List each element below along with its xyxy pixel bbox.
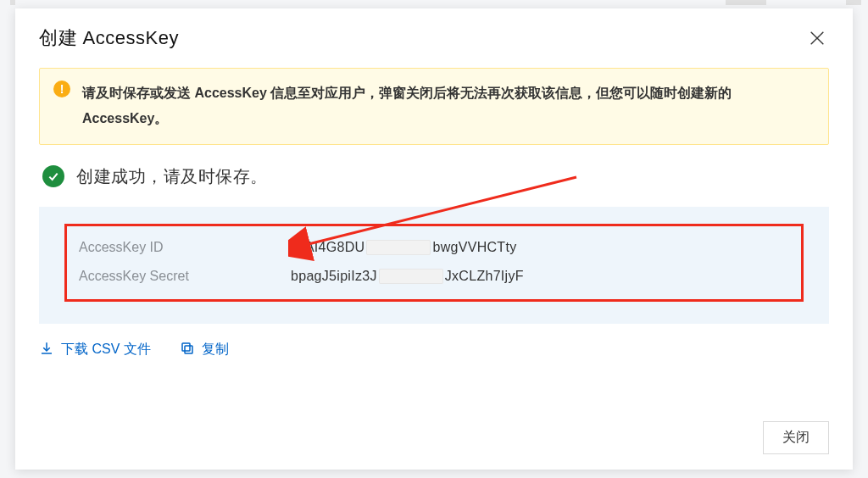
annotation-highlight: AccessKey ID LTAI4G8DU bwgVVHCTty Access… [64, 224, 804, 302]
svg-rect-2 [185, 346, 192, 353]
action-links: 下载 CSV 文件 复制 [15, 336, 853, 359]
copy-link[interactable]: 复制 [180, 341, 229, 359]
modal: 创建 AccessKey ! 请及时保存或发送 AccessKey 信息至对应用… [15, 8, 853, 470]
warning-text: 请及时保存或发送 AccessKey 信息至对应用户，弹窗关闭后将无法再次获取该… [82, 81, 815, 132]
accesskey-secret-prefix: bpagJ5ipiIz3J [291, 269, 377, 284]
modal-header: 创建 AccessKey [15, 8, 853, 63]
redacted-segment [379, 269, 443, 284]
access-key-panel: AccessKey ID LTAI4G8DU bwgVVHCTty Access… [39, 207, 829, 324]
modal-title: 创建 AccessKey [39, 25, 179, 51]
success-row: 创建成功，请及时保存。 [15, 158, 853, 207]
modal-footer: 关闭 [15, 409, 853, 470]
access-key-secret-value: bpagJ5ipiIz3J JxCLZh7IjyF [291, 269, 524, 284]
access-key-id-row: AccessKey ID LTAI4G8DU bwgVVHCTty [79, 233, 789, 262]
download-icon [39, 341, 54, 359]
close-button[interactable]: 关闭 [763, 421, 829, 454]
accesskey-id-prefix: LTAI4G8DU [291, 240, 364, 255]
copy-label: 复制 [202, 341, 229, 358]
accesskey-id-suffix: bwgVVHCTty [432, 240, 516, 255]
access-key-id-label: AccessKey ID [79, 240, 291, 255]
close-icon[interactable] [805, 26, 829, 50]
access-key-secret-row: AccessKey Secret bpagJ5ipiIz3J JxCLZh7Ij… [79, 262, 789, 291]
access-key-id-value: LTAI4G8DU bwgVVHCTty [291, 240, 517, 255]
redacted-segment [366, 240, 431, 255]
copy-icon [180, 341, 195, 359]
warning-alert: ! 请及时保存或发送 AccessKey 信息至对应用户，弹窗关闭后将无法再次获… [39, 68, 829, 145]
download-csv-label: 下载 CSV 文件 [61, 341, 151, 358]
download-csv-link[interactable]: 下载 CSV 文件 [39, 341, 151, 359]
success-icon [42, 165, 64, 187]
success-text: 创建成功，请及时保存。 [76, 165, 268, 188]
access-key-secret-label: AccessKey Secret [79, 269, 291, 284]
warning-icon: ! [53, 81, 70, 97]
accesskey-secret-suffix: JxCLZh7IjyF [445, 269, 524, 284]
svg-rect-3 [182, 343, 190, 351]
